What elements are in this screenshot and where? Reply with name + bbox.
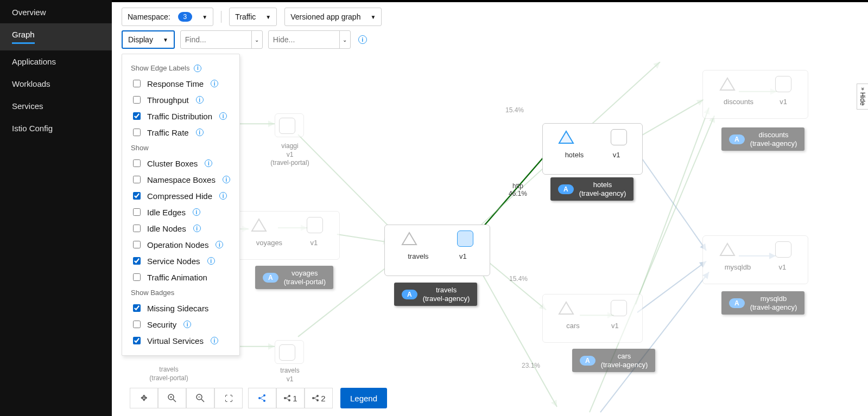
- opt-throughput[interactable]: Throughputi: [122, 92, 239, 108]
- svg-line-13: [638, 100, 704, 138]
- node-mysqldb[interactable]: mysqldbv1: [702, 235, 808, 284]
- checkbox[interactable]: [133, 273, 141, 281]
- checkbox[interactable]: [133, 321, 141, 328]
- checkbox[interactable]: [133, 176, 141, 183]
- info-icon[interactable]: i: [196, 96, 204, 104]
- traffic-select[interactable]: Traffic ▼: [229, 8, 277, 26]
- opt-service-nodes[interactable]: Service Nodesi: [122, 253, 239, 269]
- layout-1-button[interactable]: 1: [276, 388, 305, 408]
- checkbox[interactable]: [133, 225, 141, 232]
- opt-cluster-boxes[interactable]: Cluster Boxesi: [122, 155, 239, 171]
- find-caret[interactable]: ⌄: [251, 31, 262, 48]
- zoom-out-button[interactable]: [186, 388, 214, 408]
- service-triangle-icon: [558, 130, 574, 144]
- badge-mysqldb[interactable]: A mysqldb(travel-agency): [721, 291, 804, 315]
- opt-security[interactable]: Securityi: [122, 316, 239, 332]
- layout-2-button[interactable]: 2: [305, 388, 333, 408]
- namespace-count-badge: 3: [178, 12, 193, 22]
- opt-namespace-boxes[interactable]: Namespace Boxesi: [122, 171, 239, 188]
- sidebar-item-workloads[interactable]: Workloads: [0, 73, 112, 95]
- drag-button[interactable]: ✥: [130, 388, 158, 408]
- fit-button[interactable]: ⛶: [214, 388, 243, 408]
- find-input[interactable]: [181, 33, 251, 46]
- node-cars[interactable]: carsv1: [542, 294, 643, 343]
- namespace-label: Namespace:: [128, 12, 170, 21]
- checkbox[interactable]: [133, 208, 141, 216]
- heading-show: Show: [122, 140, 239, 155]
- opt-missing-sidecars[interactable]: Missing Sidecars: [122, 300, 239, 316]
- opt-response-time[interactable]: Response Timei: [122, 75, 239, 92]
- svc-name: hotels: [565, 151, 584, 159]
- badge-app-name: cars: [601, 352, 648, 361]
- graph-type-select[interactable]: Versioned app graph ▼: [284, 8, 382, 26]
- svg-line-27: [201, 399, 204, 402]
- opt-compressed-hide[interactable]: Compressed Hidei: [122, 188, 239, 204]
- info-icon[interactable]: i: [358, 35, 367, 44]
- info-icon[interactable]: i: [183, 321, 191, 328]
- info-icon[interactable]: i: [216, 241, 223, 248]
- opt-label: Cluster Boxes: [147, 159, 198, 168]
- checkbox[interactable]: [133, 112, 141, 120]
- sidebar-item-istio-config[interactable]: Istio Config: [0, 117, 112, 139]
- opt-traffic-rate[interactable]: Traffic Ratei: [122, 124, 239, 140]
- badge-cars[interactable]: A cars(travel-agency): [572, 349, 655, 372]
- badge-travels[interactable]: A travels(travel-agency): [394, 283, 477, 306]
- sidebar-item-graph[interactable]: Graph: [0, 23, 112, 50]
- sidebar-item-applications[interactable]: Applications: [0, 50, 112, 73]
- info-icon[interactable]: i: [211, 80, 218, 87]
- legend-button[interactable]: Legend: [340, 388, 387, 408]
- info-icon[interactable]: i: [193, 208, 200, 216]
- info-icon[interactable]: i: [223, 176, 230, 183]
- sidebar-item-overview[interactable]: Overview: [0, 1, 112, 23]
- info-icon[interactable]: i: [207, 257, 215, 265]
- checkbox[interactable]: [133, 304, 141, 312]
- node-voyages[interactable]: voyagesv1: [234, 211, 340, 260]
- checkbox[interactable]: [133, 241, 141, 248]
- node-hotels[interactable]: hotelsv1: [542, 123, 643, 175]
- opt-traffic-animation[interactable]: Traffic Animation: [122, 269, 239, 285]
- opt-idle-nodes[interactable]: Idle Nodesi: [122, 220, 239, 236]
- node-viaggi[interactable]: [275, 113, 304, 137]
- svg-line-14: [638, 153, 706, 251]
- checkbox[interactable]: [133, 337, 141, 344]
- svc-version: v1: [459, 252, 467, 260]
- opt-label: Response Time: [147, 79, 204, 88]
- display-select[interactable]: Display ▼: [122, 30, 175, 49]
- service-triangle-icon: [558, 301, 574, 315]
- badge-discounts[interactable]: A discounts(travel-agency): [721, 127, 804, 151]
- node-viaggi-label: viaggi v1 (travel-portal): [263, 142, 317, 168]
- info-icon[interactable]: i: [196, 129, 204, 136]
- info-icon[interactable]: i: [219, 112, 227, 120]
- node-travels[interactable]: travelsv1: [384, 225, 490, 276]
- info-icon[interactable]: i: [193, 225, 201, 232]
- sidebar-item-services[interactable]: Services: [0, 95, 112, 117]
- hide-caret[interactable]: ⌄: [339, 31, 350, 48]
- node-discounts[interactable]: discountsv1: [702, 70, 808, 119]
- info-icon[interactable]: i: [205, 159, 212, 167]
- checkbox[interactable]: [133, 192, 141, 200]
- opt-label: Operation Nodes: [147, 240, 208, 249]
- node-travels-portal-small[interactable]: [275, 340, 304, 364]
- checkbox[interactable]: [133, 96, 141, 104]
- checkbox[interactable]: [133, 257, 141, 265]
- opt-idle-edges[interactable]: Idle Edgesi: [122, 204, 239, 220]
- opt-traffic-distribution[interactable]: Traffic Distributioni: [122, 108, 239, 124]
- checkbox[interactable]: [133, 159, 141, 167]
- layout-default-button[interactable]: [248, 388, 276, 408]
- svc-name: mysqldb: [725, 263, 751, 271]
- badge-voyages[interactable]: A voyages(travel-portal): [255, 266, 333, 289]
- info-icon[interactable]: i: [219, 192, 227, 200]
- hide-panel-tab[interactable]: » Hide: [857, 84, 868, 110]
- opt-virtual-services[interactable]: Virtual Servicesi: [122, 332, 239, 349]
- info-icon[interactable]: i: [211, 337, 218, 344]
- opt-operation-nodes[interactable]: Operation Nodesi: [122, 236, 239, 253]
- hide-input[interactable]: [269, 33, 339, 46]
- svg-line-23: [173, 399, 176, 402]
- zoom-in-button[interactable]: [158, 388, 186, 408]
- info-icon[interactable]: i: [194, 65, 201, 72]
- checkbox[interactable]: [133, 80, 141, 87]
- badge-hotels[interactable]: A hotels(travel-agency): [550, 177, 633, 201]
- namespace-select[interactable]: Namespace: 3 ▼: [122, 8, 213, 26]
- svg-line-4: [337, 234, 390, 242]
- checkbox[interactable]: [133, 129, 141, 136]
